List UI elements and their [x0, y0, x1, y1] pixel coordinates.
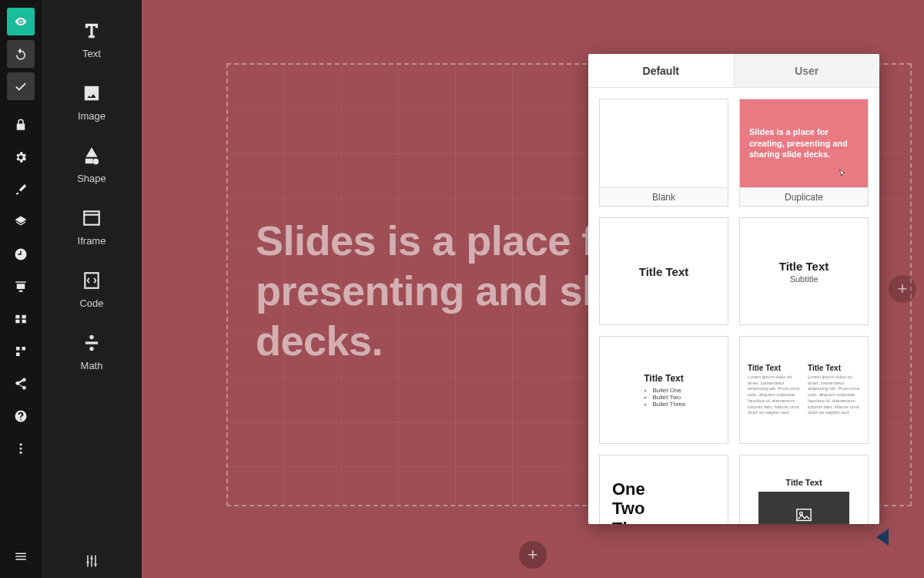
arrange-button[interactable]: [7, 305, 35, 333]
help-icon: [14, 409, 28, 423]
more-button[interactable]: [7, 435, 35, 462]
insert-image[interactable]: Image: [42, 73, 142, 136]
menu-button[interactable]: [7, 543, 35, 570]
insert-math-label: Math: [81, 360, 103, 371]
bullet-item: Bullet Two: [653, 394, 686, 401]
svg-point-8: [90, 347, 93, 350]
help-button[interactable]: [7, 402, 35, 430]
history-button[interactable]: [7, 240, 35, 268]
style-button[interactable]: [7, 338, 35, 365]
panel-toggle-arrow[interactable]: [876, 529, 889, 546]
template-title[interactable]: Title Text: [599, 217, 728, 325]
add-slide-bottom-button[interactable]: +: [519, 541, 547, 569]
undo-button[interactable]: [7, 40, 35, 68]
insert-code[interactable]: Code: [42, 260, 142, 323]
svg-point-3: [93, 159, 99, 164]
tab-user[interactable]: User: [734, 54, 880, 87]
insert-iframe[interactable]: Iframe: [42, 198, 142, 260]
svg-point-9: [86, 561, 89, 563]
template-title-image-preview: Title Text: [740, 455, 868, 524]
template-two-column-preview: Title Text Lorem ipsum dolor sit amet, c…: [740, 337, 868, 443]
code-icon: [81, 270, 102, 291]
palette-icon: [14, 344, 28, 358]
template-two-column[interactable]: Title Text Lorem ipsum dolor sit amet, c…: [739, 336, 869, 444]
insert-iframe-label: Iframe: [78, 235, 106, 247]
template-bullets-list: Bullet One Bullet Two Bullet Three: [642, 387, 686, 408]
svg-rect-4: [84, 211, 99, 224]
insert-shape[interactable]: Shape: [42, 136, 142, 198]
confirm-button[interactable]: [7, 72, 35, 100]
cursor-icon: [837, 169, 848, 183]
clock-icon: [14, 247, 28, 261]
template-bullets[interactable]: Title Text Bullet One Bullet Two Bullet …: [599, 336, 728, 444]
more-vertical-icon: [14, 442, 28, 455]
present-button[interactable]: [7, 273, 35, 301]
svg-point-11: [94, 563, 96, 566]
svg-point-6: [90, 335, 93, 338]
tab-default[interactable]: Default: [588, 54, 734, 87]
insert-math[interactable]: Math: [42, 323, 142, 385]
template-big-words-preview: One Two Three: [600, 455, 728, 524]
twocol-right-title: Title Text: [808, 364, 860, 372]
template-duplicate-text: Slides is a place for creating, presenti…: [749, 126, 859, 161]
plus-icon: +: [898, 279, 908, 299]
svg-point-10: [90, 557, 92, 560]
settings-button[interactable]: [7, 143, 35, 171]
add-slide-right-button[interactable]: +: [889, 275, 916, 303]
template-duplicate-preview: Slides is a place for creating, presenti…: [740, 99, 868, 187]
left-rail: [0, 0, 42, 578]
hamburger-icon: [14, 549, 28, 563]
template-title-subtitle-preview: Title Text Subtitle: [740, 218, 868, 324]
insert-text[interactable]: Text: [42, 11, 142, 73]
template-big-words[interactable]: One Two Three: [599, 455, 728, 524]
gear-icon: [14, 150, 28, 164]
bigword-2: Two: [612, 499, 715, 518]
math-icon: [81, 332, 102, 354]
text-icon: [81, 20, 102, 42]
presentation-icon: [14, 280, 28, 294]
templates-grid: Blank Slides is a place for creating, pr…: [588, 88, 879, 524]
brush-icon: [14, 183, 28, 197]
template-bullets-title: Title Text: [644, 373, 684, 384]
bullet-item: Bullet One: [653, 387, 686, 394]
insert-shape-label: Shape: [77, 173, 106, 184]
insert-text-label: Text: [82, 48, 101, 59]
template-title-preview: Title Text: [600, 218, 728, 324]
template-blank-preview: [600, 99, 728, 187]
lock-icon: [14, 118, 28, 132]
twocol-right-body: Lorem ipsum dolor sit amet, consectetur …: [808, 375, 860, 417]
templates-panel: Default User Blank Slides is a place for…: [588, 54, 879, 524]
template-image-title: Title Text: [785, 478, 822, 487]
template-duplicate[interactable]: Slides is a place for creating, presenti…: [739, 99, 869, 207]
insert-toolbar: Text Image Shape Iframe Code Math: [42, 0, 142, 578]
eye-icon: [14, 15, 28, 29]
svg-point-1: [20, 448, 22, 450]
bigword-3: Three: [612, 519, 715, 524]
shape-icon: [81, 145, 102, 166]
preview-button[interactable]: [7, 8, 35, 35]
insert-code-label: Code: [79, 297, 103, 309]
template-title-subtitle-sub: Subtitle: [790, 274, 819, 284]
plus-icon: +: [528, 545, 538, 565]
share-button[interactable]: [7, 370, 35, 398]
bullet-item: Bullet Three: [653, 401, 686, 408]
sliders-icon[interactable]: [84, 553, 99, 569]
canvas[interactable]: Slides is a place for creating, presenti…: [142, 0, 924, 578]
insert-image-label: Image: [78, 110, 105, 122]
template-blank[interactable]: Blank: [599, 99, 728, 207]
template-title-image[interactable]: Title Text: [739, 455, 869, 524]
svg-point-0: [20, 443, 22, 445]
image-icon: [81, 82, 102, 104]
layers-button[interactable]: [7, 208, 35, 236]
iframe-icon: [81, 207, 102, 229]
lock-button[interactable]: [7, 111, 35, 139]
template-title-subtitle[interactable]: Title Text Subtitle: [739, 217, 869, 325]
svg-point-2: [20, 452, 22, 454]
twocol-left-body: Lorem ipsum dolor sit amet, consectetur …: [748, 375, 800, 417]
brush-button[interactable]: [7, 176, 35, 203]
arrange-icon: [14, 312, 28, 326]
template-blank-caption: Blank: [600, 187, 728, 206]
templates-tabs: Default User: [588, 54, 879, 88]
template-bullets-preview: Title Text Bullet One Bullet Two Bullet …: [600, 337, 728, 443]
check-icon: [14, 79, 28, 93]
